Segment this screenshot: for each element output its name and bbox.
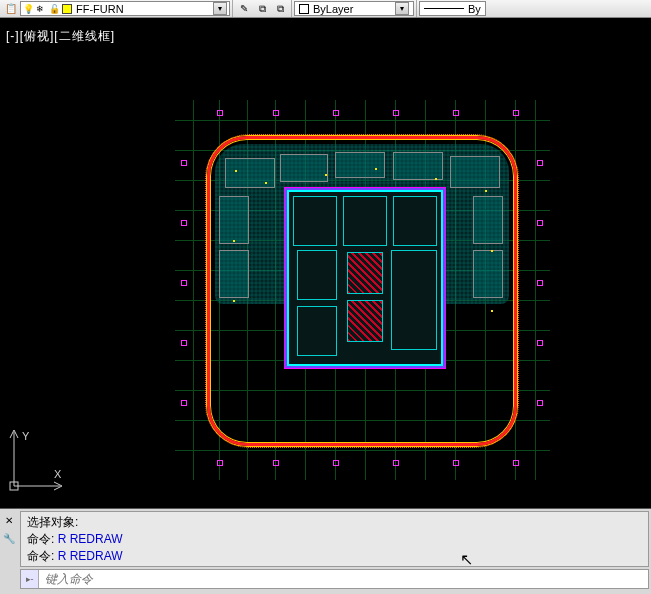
detail-dot [233, 300, 235, 302]
grid-marker [217, 460, 223, 466]
command-prompt-icon[interactable]: ▸- [21, 570, 39, 588]
grid-marker [393, 460, 399, 466]
grid-marker [453, 110, 459, 116]
grid-marker [217, 110, 223, 116]
grid-marker [181, 400, 187, 406]
grid-marker [181, 160, 187, 166]
grid-marker [393, 110, 399, 116]
layer-dropdown[interactable]: 💡 ❄ 🔓 FF-FURN ▾ [20, 1, 230, 16]
linetype-group: By [417, 0, 488, 17]
floor-plan-drawing [175, 100, 550, 480]
grid-marker [333, 110, 339, 116]
grid-line [175, 120, 550, 121]
core-room [297, 306, 337, 356]
building-core [285, 188, 445, 368]
elevator-shaft [347, 300, 383, 342]
detail-dot [233, 240, 235, 242]
viewport-label[interactable]: [-][俯视][二维线框] [6, 28, 115, 45]
room-block [335, 152, 385, 178]
detail-dot [435, 178, 437, 180]
linetype-label: By [468, 3, 481, 15]
detail-dot [375, 168, 377, 170]
grid-marker [453, 460, 459, 466]
cmd-text: R REDRAW [58, 549, 123, 563]
core-room [343, 196, 387, 246]
cmd-prefix: 命令: [27, 532, 58, 546]
command-panel: ✕ 🔧 选择对象: 命令: R REDRAW 命令: R REDRAW ▸- ↖ [0, 508, 651, 594]
room-block [219, 196, 249, 244]
room-block [450, 156, 500, 188]
core-room [393, 196, 437, 246]
layer-tool-1-icon[interactable]: ✎ [236, 1, 252, 17]
color-label: ByLayer [313, 3, 353, 15]
grid-marker [273, 460, 279, 466]
core-room [293, 196, 337, 246]
grid-line [175, 450, 550, 451]
layer-freeze-icon: ❄ [36, 4, 47, 14]
room-block [219, 250, 249, 298]
line-sample-icon [424, 8, 464, 9]
layer-on-icon: 💡 [23, 4, 34, 14]
tool-icon[interactable]: 🔧 [1, 530, 17, 546]
grid-marker [181, 340, 187, 346]
ucs-y-label: Y [22, 430, 30, 442]
elevator-shaft [347, 252, 383, 294]
color-swatch-icon [299, 4, 309, 14]
grid-marker [513, 460, 519, 466]
layer-tool-2-icon[interactable]: ⧉ [254, 1, 270, 17]
ucs-x-label: X [54, 468, 62, 480]
layer-lock-icon: 🔓 [49, 4, 60, 14]
grid-marker [537, 160, 543, 166]
chevron-down-icon[interactable]: ▾ [213, 2, 227, 15]
detail-dot [491, 310, 493, 312]
layer-name: FF-FURN [76, 3, 124, 15]
detail-dot [265, 182, 267, 184]
layer-tool-group: 📋 💡 ❄ 🔓 FF-FURN ▾ [0, 0, 233, 17]
layer-tools-group: ✎ ⧉ ⧉ [233, 0, 292, 17]
top-toolbar: 📋 💡 ❄ 🔓 FF-FURN ▾ ✎ ⧉ ⧉ ByLayer ▾ By [0, 0, 651, 18]
linetype-dropdown[interactable]: By [419, 1, 486, 16]
room-block [393, 152, 443, 180]
room-block [225, 158, 275, 188]
close-icon[interactable]: ✕ [1, 512, 17, 528]
cmd-text: R REDRAW [58, 532, 123, 546]
command-history-line: 选择对象: [27, 514, 642, 531]
grid-line [535, 100, 536, 480]
room-block [280, 154, 328, 182]
grid-marker [333, 460, 339, 466]
command-side-icons: ✕ 🔧 [0, 511, 18, 547]
command-history-line: 命令: R REDRAW [27, 531, 642, 548]
ucs-icon[interactable]: Y X [8, 426, 68, 496]
room-block [473, 196, 503, 244]
grid-marker [181, 220, 187, 226]
grid-marker [537, 280, 543, 286]
grid-marker [537, 220, 543, 226]
command-history-line: 命令: R REDRAW [27, 548, 642, 565]
drawing-viewport[interactable]: [-][俯视][二维线框] [0, 18, 651, 508]
layer-color-swatch [62, 4, 72, 14]
color-group: ByLayer ▾ [292, 0, 417, 17]
cmd-prefix: 选择对象: [27, 515, 78, 529]
cursor-icon: ↖ [460, 550, 473, 569]
grid-marker [537, 340, 543, 346]
grid-marker [273, 110, 279, 116]
layer-manager-icon[interactable]: 📋 [3, 1, 19, 17]
command-input-row: ▸- [20, 569, 649, 589]
command-input[interactable] [39, 572, 648, 586]
grid-marker [513, 110, 519, 116]
detail-dot [491, 250, 493, 252]
command-history[interactable]: 选择对象: 命令: R REDRAW 命令: R REDRAW [20, 511, 649, 567]
detail-dot [235, 170, 237, 172]
detail-dot [485, 190, 487, 192]
layer-tool-3-icon[interactable]: ⧉ [272, 1, 288, 17]
room-block [473, 250, 503, 298]
grid-line [193, 100, 194, 480]
cmd-prefix: 命令: [27, 549, 58, 563]
color-dropdown[interactable]: ByLayer ▾ [294, 1, 414, 16]
chevron-down-icon[interactable]: ▾ [395, 2, 409, 15]
core-room [297, 250, 337, 300]
grid-marker [537, 400, 543, 406]
core-room [391, 250, 437, 350]
grid-marker [181, 280, 187, 286]
detail-dot [325, 174, 327, 176]
